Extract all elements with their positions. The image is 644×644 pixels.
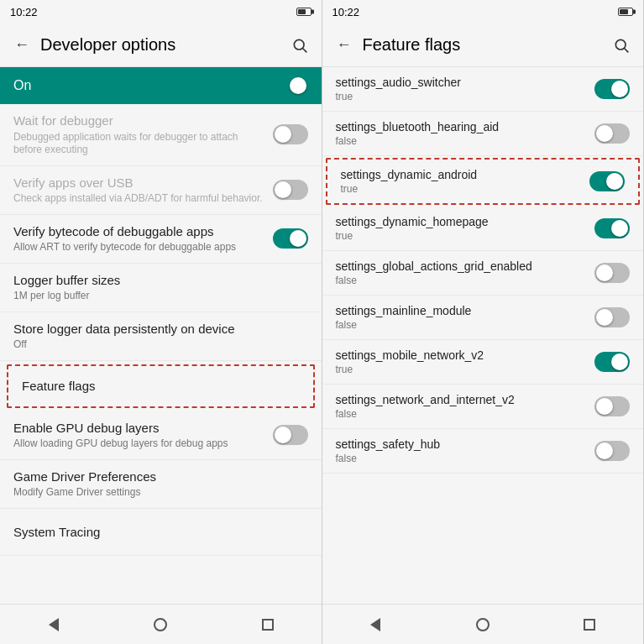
setting-system-tracing[interactable]: System Tracing xyxy=(0,509,322,556)
back-button-left[interactable]: ← xyxy=(7,30,37,60)
feature-flags-screen: 10:22 ← Feature flags settings_audio_swi… xyxy=(322,0,645,644)
toggle-knob-bytecode xyxy=(290,230,306,247)
setting-verify-usb[interactable]: Verify apps over USB Check apps installe… xyxy=(0,166,322,215)
flag-row-dynamic-homepage[interactable]: settings_dynamic_homepage true xyxy=(322,207,644,251)
nav-home-left[interactable] xyxy=(144,608,177,641)
flag-row-audio-switcher[interactable]: settings_audio_switcher true xyxy=(322,67,644,112)
flag-row-bluetooth-hearing[interactable]: settings_bluetooth_hearing_aid false xyxy=(322,112,644,156)
developer-options-content: On Wait for debugger Debugged applicatio… xyxy=(0,67,322,604)
developer-on-row[interactable]: On xyxy=(0,67,322,104)
svg-line-3 xyxy=(625,48,629,52)
flag-text-mainline-module: settings_mainline_module false xyxy=(336,304,472,331)
toggle-dynamic-android[interactable] xyxy=(589,171,625,191)
nav-home-right[interactable] xyxy=(466,608,500,641)
toggle-global-actions[interactable] xyxy=(594,263,630,283)
setting-game-driver[interactable]: Game Driver Preferences Modify Game Driv… xyxy=(0,460,322,509)
flag-row-global-actions[interactable]: settings_global_actions_grid_enabled fal… xyxy=(322,251,644,296)
toggle-wait-debugger[interactable] xyxy=(273,124,308,144)
setting-feature-flags[interactable]: Feature flags xyxy=(7,364,315,408)
time-left: 10:22 xyxy=(10,6,38,18)
nav-back-icon-left xyxy=(49,618,59,631)
flag-row-network-internet[interactable]: settings_network_and_internet_v2 false xyxy=(322,385,644,429)
flag-row-mobile-network[interactable]: settings_mobile_network_v2 true xyxy=(322,340,644,385)
toggle-bluetooth-hearing[interactable] xyxy=(594,123,630,144)
setting-wait-debugger[interactable]: Wait for debugger Debugged application w… xyxy=(0,104,322,166)
toggle-knob-1 xyxy=(275,126,291,143)
flag-value-global-actions: false xyxy=(336,275,532,286)
setting-text-game-driver: Game Driver Preferences Modify Game Driv… xyxy=(13,469,301,500)
flag-text-mobile-network: settings_mobile_network_v2 true xyxy=(336,348,484,375)
toggle-audio-switcher[interactable] xyxy=(594,79,630,99)
toggle-knob-on xyxy=(290,77,306,94)
flag-name-bluetooth-hearing: settings_bluetooth_hearing_aid xyxy=(336,120,500,134)
search-button-right[interactable] xyxy=(606,30,636,60)
flag-text-safety-hub: settings_safety_hub false xyxy=(336,437,441,464)
flag-row-mainline-module[interactable]: settings_mainline_module false xyxy=(322,296,644,340)
nav-back-left[interactable] xyxy=(37,608,71,641)
back-button-right[interactable]: ← xyxy=(329,30,359,60)
developer-on-toggle[interactable] xyxy=(273,76,308,96)
setting-verify-bytecode[interactable]: Verify bytecode of debuggable apps Allow… xyxy=(0,215,322,264)
setting-text-store-logger: Store logger data persistently on device… xyxy=(13,321,301,352)
toggle-verify-usb[interactable] xyxy=(273,180,308,200)
toggle-safety-hub[interactable] xyxy=(594,441,630,461)
toggle-mainline-module[interactable] xyxy=(594,307,630,327)
toggle-track-off-2[interactable] xyxy=(273,180,308,200)
toggle-track-off-1[interactable] xyxy=(273,124,308,144)
svg-point-0 xyxy=(294,39,304,50)
developer-options-screen: 10:22 ← Developer options On xyxy=(0,0,322,644)
svg-point-2 xyxy=(615,39,626,50)
flag-text-network-internet: settings_network_and_internet_v2 false xyxy=(336,393,515,420)
page-title-left: Developer options xyxy=(40,35,285,55)
toggle-dynamic-homepage[interactable] xyxy=(594,218,630,238)
nav-back-right[interactable] xyxy=(359,608,392,641)
flag-name-mainline-module: settings_mainline_module xyxy=(336,304,472,317)
flag-text-dynamic-android: settings_dynamic_android true xyxy=(341,168,478,195)
setting-title-store-logger: Store logger data persistently on device xyxy=(13,321,301,338)
flag-name-dynamic-android: settings_dynamic_android xyxy=(341,168,478,181)
setting-text-system-tracing: System Tracing xyxy=(13,524,301,541)
setting-title-wait-debugger: Wait for debugger xyxy=(13,113,266,129)
nav-recents-right[interactable] xyxy=(573,608,606,641)
toggle-knob-gpu xyxy=(275,427,291,443)
toggle-mobile-network[interactable] xyxy=(594,352,630,372)
setting-title-verify-usb: Verify apps over USB xyxy=(13,175,266,191)
toggle-track-on[interactable] xyxy=(273,76,308,96)
toggle-network-internet[interactable] xyxy=(594,396,630,416)
flag-name-audio-switcher: settings_audio_switcher xyxy=(336,76,461,89)
toggle-track-gpu[interactable] xyxy=(273,425,308,445)
svg-line-1 xyxy=(302,48,306,52)
nav-recents-left[interactable] xyxy=(251,608,285,641)
setting-logger-buffer[interactable]: Logger buffer sizes 1M per log buffer xyxy=(0,264,322,312)
flag-row-dynamic-android[interactable]: settings_dynamic_android true xyxy=(326,158,641,205)
setting-title-verify-bytecode: Verify bytecode of debuggable apps xyxy=(13,223,266,240)
setting-text-gpu-debug: Enable GPU debug layers Allow loading GP… xyxy=(13,420,266,451)
flag-name-mobile-network: settings_mobile_network_v2 xyxy=(336,348,484,362)
toggle-gpu-debug[interactable] xyxy=(273,425,308,445)
flag-name-dynamic-homepage: settings_dynamic_homepage xyxy=(336,215,489,228)
setting-store-logger[interactable]: Store logger data persistently on device… xyxy=(0,312,322,361)
toggle-verify-bytecode[interactable] xyxy=(273,228,308,249)
setting-text-logger-buffer: Logger buffer sizes 1M per log buffer xyxy=(13,272,301,303)
search-button-left[interactable] xyxy=(285,30,315,60)
setting-desc-store-logger: Off xyxy=(13,338,301,352)
search-icon-left xyxy=(291,37,308,54)
flag-value-audio-switcher: true xyxy=(336,91,461,102)
toggle-track-bytecode[interactable] xyxy=(273,228,308,249)
setting-title-game-driver: Game Driver Preferences xyxy=(13,469,301,485)
setting-desc-wait-debugger: Debugged application waits for debugger … xyxy=(13,131,266,157)
time-right: 10:22 xyxy=(332,6,360,18)
battery-icon-right xyxy=(618,8,633,16)
setting-gpu-debug[interactable]: Enable GPU debug layers Allow loading GP… xyxy=(0,411,322,460)
status-bar-right: 10:22 xyxy=(322,0,644,24)
setting-desc-logger-buffer: 1M per log buffer xyxy=(13,290,301,303)
setting-text-verify-usb: Verify apps over USB Check apps installe… xyxy=(13,175,266,206)
battery-icon-left xyxy=(296,8,312,16)
flag-value-bluetooth-hearing: false xyxy=(336,135,500,147)
status-bar-left: 10:22 xyxy=(0,0,322,24)
setting-desc-game-driver: Modify Game Driver settings xyxy=(13,486,301,500)
flag-text-audio-switcher: settings_audio_switcher true xyxy=(336,76,461,102)
feature-flags-content: settings_audio_switcher true settings_bl… xyxy=(322,67,644,604)
flag-row-safety-hub[interactable]: settings_safety_hub false xyxy=(322,429,644,474)
flag-name-global-actions: settings_global_actions_grid_enabled xyxy=(336,259,532,273)
